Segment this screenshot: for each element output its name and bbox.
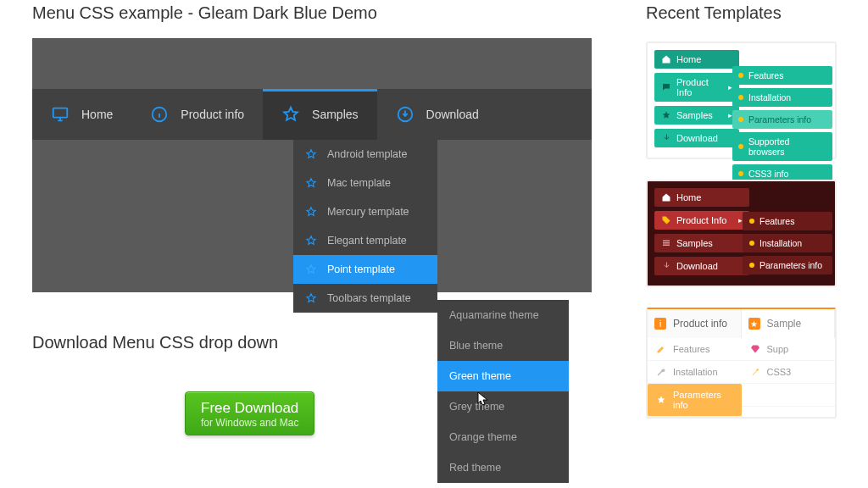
pencil-icon bbox=[656, 344, 666, 354]
star-icon bbox=[281, 105, 300, 124]
theme-item[interactable]: Red theme bbox=[437, 452, 569, 483]
tmpl-row: Product Info▸ bbox=[654, 73, 739, 102]
download-button-line2: for Windows and Mac bbox=[201, 417, 298, 429]
submenu-label: Point template bbox=[327, 263, 395, 275]
recent-templates-title: Recent Templates bbox=[646, 3, 868, 23]
bullet-icon bbox=[749, 263, 754, 268]
submenu-label: Mac template bbox=[327, 177, 391, 189]
template-thumb-red[interactable]: Home Product Info▸ Samples Download Feat… bbox=[646, 180, 837, 287]
submenu-label: Toolbars template bbox=[327, 292, 411, 304]
submenu-label: Elegant template bbox=[327, 235, 407, 247]
page-title: Menu CSS example - Gleam Dark Blue Demo bbox=[32, 3, 627, 23]
download-icon bbox=[661, 261, 671, 271]
svg-rect-0 bbox=[53, 108, 68, 118]
submenu-templates: Android template Mac template Mercury te… bbox=[293, 140, 437, 313]
tmpl-row: Home bbox=[654, 50, 739, 69]
menu-item-label: Download bbox=[426, 108, 479, 121]
star-icon bbox=[656, 395, 666, 405]
bullet-icon bbox=[738, 95, 743, 100]
tmpl-tab: ★Sample bbox=[742, 309, 836, 338]
tag-icon bbox=[661, 215, 671, 225]
tmpl-row: Home bbox=[654, 188, 749, 207]
star-icon bbox=[305, 148, 317, 160]
bullet-icon bbox=[738, 117, 743, 122]
tmpl-subrow: Supported browsers bbox=[732, 132, 832, 161]
download-icon bbox=[396, 105, 415, 124]
submenu-item[interactable]: Toolbars template bbox=[293, 284, 437, 313]
download-button-line1: Free Download bbox=[201, 400, 298, 417]
tmpl-content-row: CSS3 bbox=[742, 361, 836, 384]
tmpl-row: Download bbox=[654, 257, 749, 275]
tmpl-subrow: Features bbox=[732, 66, 832, 85]
info-icon bbox=[150, 105, 169, 124]
menu-item-home[interactable]: Home bbox=[32, 89, 131, 140]
list-icon bbox=[661, 238, 671, 248]
star-square-icon: ★ bbox=[748, 318, 760, 330]
tmpl-row-selected: Product Info▸ bbox=[654, 211, 749, 230]
tmpl-content-row-selected: Parameters info bbox=[648, 384, 742, 417]
tmpl-subrow-selected: Parameters info bbox=[732, 110, 832, 129]
info-square-icon: i bbox=[654, 318, 666, 330]
tmpl-subrow: Installation bbox=[743, 234, 832, 252]
menu-item-label: Product info bbox=[181, 108, 244, 121]
submenu-item[interactable]: Elegant template bbox=[293, 226, 437, 255]
tmpl-subrow: Installation bbox=[732, 88, 832, 107]
gem-icon bbox=[750, 344, 760, 354]
bullet-icon bbox=[749, 219, 754, 224]
tmpl-content-row bbox=[742, 384, 836, 407]
tmpl-row: Samples bbox=[654, 234, 749, 252]
theme-item[interactable]: Grey theme bbox=[437, 391, 569, 422]
tmpl-subrow: Parameters info bbox=[743, 256, 832, 274]
template-thumb-orange[interactable]: iProduct info ★Sample Features Installat… bbox=[646, 308, 837, 419]
tmpl-content-row: Installation bbox=[648, 361, 742, 384]
bullet-icon bbox=[738, 144, 743, 149]
star-icon bbox=[305, 292, 317, 304]
submenu-label: Android template bbox=[327, 148, 408, 160]
theme-item-selected[interactable]: Green theme bbox=[437, 361, 569, 391]
main-menu-bar: Home Product info Samples bbox=[32, 89, 592, 140]
bullet-icon bbox=[749, 241, 754, 246]
submenu-label: Mercury template bbox=[327, 206, 409, 218]
menu-item-product-info[interactable]: Product info bbox=[131, 89, 263, 140]
wand-icon bbox=[750, 367, 760, 377]
tmpl-content-row: Features bbox=[648, 338, 742, 361]
free-download-button[interactable]: Free Download for Windows and Mac bbox=[185, 391, 314, 435]
monitor-icon bbox=[51, 105, 70, 124]
star-icon bbox=[305, 206, 317, 218]
menu-demo-frame: Home Product info Samples bbox=[32, 38, 592, 292]
bullet-icon bbox=[738, 171, 743, 176]
chat-icon bbox=[661, 82, 671, 92]
star-icon bbox=[305, 177, 317, 189]
mouse-cursor-icon bbox=[477, 391, 489, 407]
template-thumb-green[interactable]: Home Product Info▸ Samples▸ Download Fea… bbox=[646, 42, 837, 159]
submenu-item-selected[interactable]: Point template bbox=[293, 255, 437, 284]
theme-item[interactable]: Blue theme bbox=[437, 330, 569, 361]
tmpl-row: Download bbox=[654, 129, 739, 147]
star-icon bbox=[305, 263, 317, 275]
submenu-themes: Aquamarine theme Blue theme Green theme … bbox=[437, 300, 569, 483]
menu-item-samples[interactable]: Samples bbox=[263, 89, 376, 140]
star-icon bbox=[305, 235, 317, 247]
home-icon bbox=[661, 192, 671, 202]
submenu-item[interactable]: Mercury template bbox=[293, 197, 437, 226]
theme-item[interactable]: Aquamarine theme bbox=[437, 300, 569, 330]
menu-item-download[interactable]: Download bbox=[377, 89, 498, 140]
tmpl-row: Samples▸ bbox=[654, 106, 739, 125]
wrench-icon bbox=[656, 367, 666, 377]
submenu-item[interactable]: Android template bbox=[293, 140, 437, 169]
tmpl-subrow: Features bbox=[743, 212, 832, 230]
download-icon bbox=[661, 133, 671, 143]
theme-item[interactable]: Orange theme bbox=[437, 422, 569, 452]
home-icon bbox=[661, 54, 671, 64]
menu-item-label: Samples bbox=[312, 108, 358, 121]
star-icon bbox=[661, 110, 671, 120]
tmpl-content-row: Supp bbox=[742, 338, 836, 361]
bullet-icon bbox=[738, 73, 743, 78]
submenu-item[interactable]: Mac template bbox=[293, 169, 437, 197]
menu-item-label: Home bbox=[81, 108, 113, 121]
tmpl-tab: iProduct info bbox=[648, 309, 742, 338]
